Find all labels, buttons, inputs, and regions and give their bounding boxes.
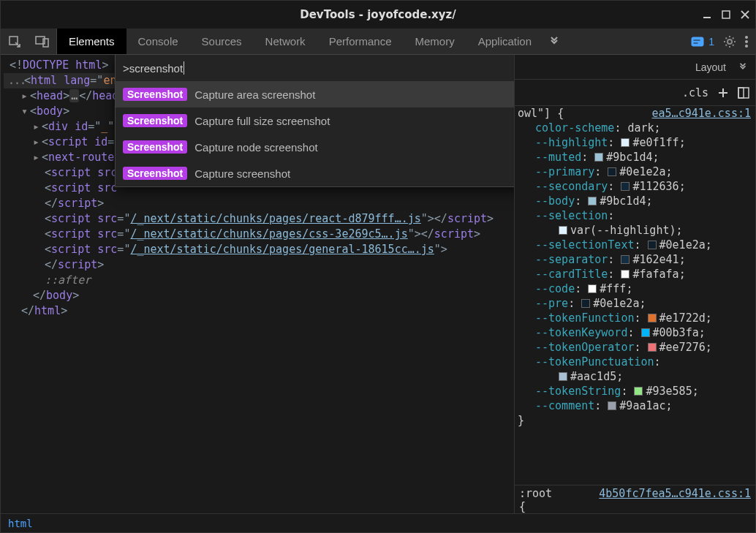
styles-rules[interactable]: ea5…c941e.css:1owl"] {color-scheme: dark… [515,106,755,485]
main-toolbar: ElementsConsoleSourcesNetworkPerformance… [1,29,755,55]
styles-toolbar: .cls [515,80,755,106]
command-kind-badge: Screenshot [123,114,187,127]
command-item[interactable]: ScreenshotCapture screenshot [116,160,514,186]
svg-rect-5 [692,37,703,46]
more-tabs-icon[interactable] [738,62,748,72]
device-icon[interactable] [29,29,56,54]
rule-source-link[interactable]: ea5…c941e.css:1 [652,106,751,121]
command-menu: >screenshot ScreenshotCapture area scree… [115,55,514,187]
window-title: DevTools - joyofcode.xyz/ [300,8,456,21]
elements-panel[interactable]: <!DOCTYPE html><html lang="en▸<head>…</h… [1,55,514,513]
svg-point-8 [727,39,732,44]
command-label: Capture full size screenshot [194,115,330,127]
tab-console[interactable]: Console [126,29,190,54]
new-rule-icon[interactable] [717,87,729,99]
command-kind-badge: Screenshot [123,167,187,180]
issues-badge[interactable]: 1 [691,36,714,48]
tab-application[interactable]: Application [466,29,543,54]
command-item[interactable]: ScreenshotCapture full size screenshot [116,107,514,134]
svg-point-11 [745,45,748,48]
titlebar: DevTools - joyofcode.xyz/ [1,1,755,29]
tab-performance[interactable]: Performance [317,29,404,54]
tab-elements[interactable]: Elements [57,29,126,54]
svg-rect-1 [722,11,730,18]
root-rule[interactable]: :root 4b50fc7fea5…c941e.css:1 { [515,485,755,513]
styles-pane: Layout .cls ea5…c941e.css:1owl"] {color-… [514,55,755,513]
svg-point-9 [745,36,748,39]
breadcrumb-item[interactable]: html [8,518,33,529]
command-item[interactable]: ScreenshotCapture node screenshot [116,134,514,160]
command-item[interactable]: ScreenshotCapture area screenshot [116,81,514,107]
command-input[interactable]: >screenshot [116,55,514,81]
command-label: Capture area screenshot [194,88,315,101]
settings-icon[interactable] [723,35,736,48]
svg-rect-4 [43,39,48,47]
svg-rect-6 [693,39,700,41]
cls-toggle[interactable]: .cls [682,86,708,99]
svg-rect-7 [693,42,698,44]
panel-tabs: ElementsConsoleSourcesNetworkPerformance… [57,29,543,54]
svg-rect-13 [738,88,744,98]
command-kind-badge: Screenshot [123,140,187,154]
tab-network[interactable]: Network [254,29,317,54]
tab-memory[interactable]: Memory [404,29,466,54]
issues-count: 1 [708,36,714,48]
minimize-icon[interactable] [703,10,711,19]
close-icon[interactable] [741,10,749,19]
breadcrumb[interactable]: html [1,513,755,532]
kebab-icon[interactable] [745,35,748,48]
maximize-icon[interactable] [722,10,730,19]
svg-point-10 [745,40,748,43]
inspect-icon[interactable] [1,29,29,54]
command-kind-badge: Screenshot [123,88,187,101]
main-area: <!DOCTYPE html><html lang="en▸<head>…</h… [1,55,755,513]
command-label: Capture node screenshot [194,141,317,154]
computed-toggle-icon[interactable] [738,87,749,99]
command-label: Capture screenshot [194,167,290,180]
layout-tab[interactable]: Layout [695,61,726,73]
svg-rect-0 [703,17,711,18]
tab-sources[interactable]: Sources [190,29,254,54]
more-tabs-icon[interactable] [543,29,565,54]
devtools-window: DevTools - joyofcode.xyz/ ElementsConso [0,0,756,533]
styles-pane-tabs: Layout [515,55,755,80]
